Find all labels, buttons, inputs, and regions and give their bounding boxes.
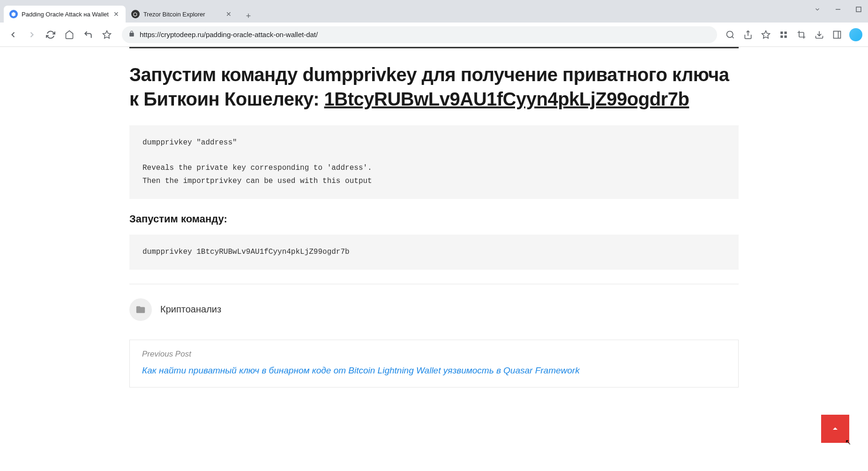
post-footer: Криптоанализ Previous Post Как найти при… xyxy=(129,284,739,387)
sub-heading: Запустим команду: xyxy=(129,213,739,225)
main-heading: Запустим команду dumpprivkey для получен… xyxy=(129,62,739,111)
svg-line-4 xyxy=(732,36,734,38)
address-link[interactable]: 1BtcyRUBwLv9AU1fCyyn4pkLjZ99ogdr7b xyxy=(324,89,689,109)
tab-bar: ⬢ Padding Oracle Attack на Wallet ✕ ⬡ Tr… xyxy=(0,0,868,23)
folder-icon xyxy=(129,298,152,321)
panel-icon[interactable] xyxy=(831,29,843,40)
profile-avatar[interactable] xyxy=(849,28,862,41)
svg-marker-5 xyxy=(762,30,770,38)
bookmark-icon[interactable] xyxy=(760,29,771,40)
svg-rect-10 xyxy=(834,31,841,38)
lock-icon xyxy=(128,30,135,38)
address-bar[interactable]: https://cryptodeep.ru/padding-oracle-att… xyxy=(122,26,717,43)
prev-post-box: Previous Post Как найти приватный ключ в… xyxy=(129,340,739,387)
new-tab-button[interactable]: + xyxy=(242,9,255,23)
prev-post-link[interactable]: Как найти приватный ключ в бинарном коде… xyxy=(142,365,580,375)
zoom-icon[interactable] xyxy=(725,29,736,40)
crop-icon[interactable] xyxy=(796,29,807,40)
chevron-down-icon[interactable] xyxy=(812,4,823,15)
svg-rect-7 xyxy=(785,31,787,34)
undo-button[interactable] xyxy=(81,27,96,42)
window-controls xyxy=(812,4,864,15)
reload-button[interactable] xyxy=(43,27,58,42)
share-icon[interactable] xyxy=(742,29,754,40)
close-icon[interactable]: ✕ xyxy=(112,10,120,18)
svg-point-3 xyxy=(727,31,733,37)
favicon-icon: ⬢ xyxy=(9,10,18,18)
minimize-icon[interactable] xyxy=(832,4,844,15)
category-row: Криптоанализ xyxy=(129,298,739,321)
star-icon[interactable] xyxy=(99,27,114,42)
back-button[interactable] xyxy=(6,27,21,42)
apps-icon[interactable] xyxy=(778,29,789,40)
tab-inactive[interactable]: ⬡ Trezor Bitcoin Explorer ✕ xyxy=(126,6,238,23)
forward-button[interactable] xyxy=(24,27,39,42)
chevron-up-icon xyxy=(830,423,841,434)
svg-rect-6 xyxy=(780,31,783,34)
page-content: Запустим команду dumpprivkey для получен… xyxy=(0,47,868,471)
category-link[interactable]: Криптоанализ xyxy=(160,304,221,315)
maximize-icon[interactable] xyxy=(853,4,864,15)
toolbar: https://cryptodeep.ru/padding-oracle-att… xyxy=(0,23,868,47)
url-text: https://cryptodeep.ru/padding-oracle-att… xyxy=(140,30,711,38)
divider xyxy=(129,47,739,48)
svg-marker-2 xyxy=(103,30,111,38)
code-block-2: dumpprivkey 1BtcyRUBwLv9AU1fCyyn4pkLjZ99… xyxy=(129,235,739,270)
prev-post-label: Previous Post xyxy=(142,349,726,359)
tab-title: Trezor Bitcoin Explorer xyxy=(143,11,221,18)
svg-rect-9 xyxy=(785,35,787,38)
download-icon[interactable] xyxy=(814,29,825,40)
svg-rect-1 xyxy=(856,7,861,12)
home-button[interactable] xyxy=(62,27,77,42)
favicon-icon: ⬡ xyxy=(131,10,140,18)
svg-rect-8 xyxy=(780,35,783,38)
scroll-top-button[interactable] xyxy=(821,415,849,443)
tab-title: Padding Oracle Attack на Wallet xyxy=(22,11,109,18)
code-block-1: dumpprivkey "address" Reveals the privat… xyxy=(129,125,739,199)
tab-active[interactable]: ⬢ Padding Oracle Attack на Wallet ✕ xyxy=(4,6,126,23)
toolbar-right xyxy=(725,28,862,41)
close-icon[interactable]: ✕ xyxy=(225,10,232,18)
